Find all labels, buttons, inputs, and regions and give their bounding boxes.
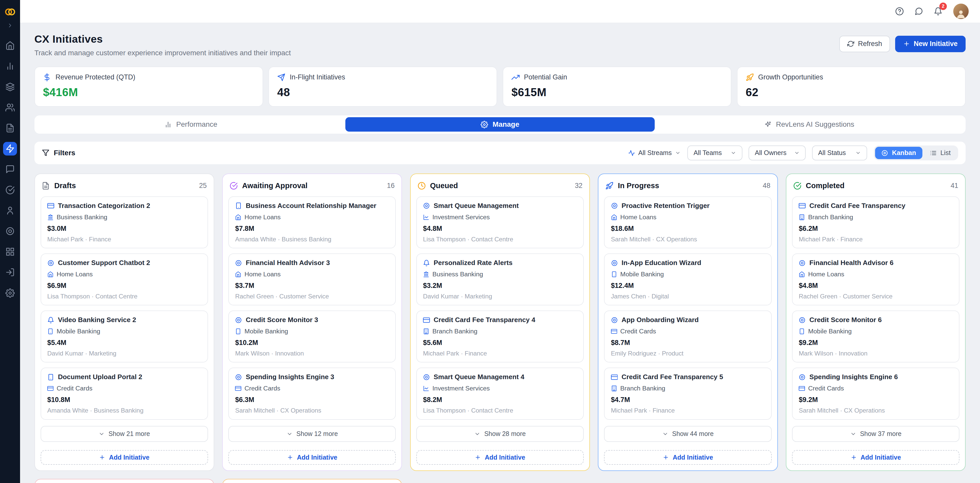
layers-icon: [5, 82, 15, 92]
settings-icon: [480, 121, 488, 128]
card-value: $8.7M: [611, 339, 765, 347]
add-initiative-button[interactable]: Add Initiative: [41, 450, 208, 465]
initiative-card[interactable]: Smart Queue Management 4Investment Servi…: [416, 368, 584, 420]
sidebar-nav: [3, 39, 17, 300]
add-initiative-button[interactable]: Add Initiative: [416, 450, 584, 465]
page-title: CX Initiatives: [35, 33, 291, 45]
filter-dropdown-all-streams[interactable]: All Streams: [628, 149, 681, 157]
kanban-column-awaiting-approval: Awaiting Approval16Business Account Rela…: [222, 173, 402, 471]
initiative-card[interactable]: Credit Score Monitor 3Mobile Banking$10.…: [228, 310, 396, 363]
sidebar-item-message-square[interactable]: [3, 162, 17, 176]
initiative-card[interactable]: Document Upload Portal 2Credit Cards$10.…: [41, 368, 208, 420]
sidebar-item-layers[interactable]: [3, 80, 17, 94]
show-more-button[interactable]: Show 28 more: [416, 426, 584, 442]
initiative-card[interactable]: Credit Card Fee Transparency 4Branch Ban…: [416, 310, 584, 363]
check-circle-icon: [793, 182, 802, 190]
stat-value: $615M: [511, 86, 723, 99]
tab-manage[interactable]: Manage: [345, 117, 654, 132]
show-more-button[interactable]: Show 37 more: [792, 426, 959, 442]
refresh-button[interactable]: Refresh: [839, 36, 890, 52]
card-owner: Mark Wilson · Innovation: [235, 350, 389, 357]
sidebar-item-bar-chart[interactable]: [3, 59, 17, 73]
sidebar-item-home[interactable]: [3, 39, 17, 52]
card-title: In-App Education Wizard: [622, 259, 701, 267]
building-icon: [799, 214, 805, 220]
initiative-card[interactable]: Financial Health Advisor 3Home Loans$3.7…: [228, 253, 396, 306]
chat-button[interactable]: [915, 7, 923, 16]
card-value: $10.2M: [235, 339, 389, 347]
sidebar-item-file-text[interactable]: [3, 121, 17, 135]
sidebar-collapse-button[interactable]: [7, 22, 13, 29]
initiative-card[interactable]: Smart Queue ManagementInvestment Service…: [416, 196, 584, 249]
help-button[interactable]: [895, 7, 904, 16]
show-more-button[interactable]: Show 44 more: [604, 426, 772, 442]
rocket-icon: [746, 73, 754, 81]
message-circle-icon: [915, 7, 923, 16]
chart-line-icon: [423, 214, 429, 220]
show-more-button[interactable]: Show 12 more: [228, 426, 396, 442]
tab-performance[interactable]: Performance: [36, 117, 345, 132]
kanban-column-stalled: Stalled4Credit Card Fee Transparency 9Br…: [222, 479, 402, 483]
initiative-card[interactable]: Credit Card Fee Transparency 5Branch Ban…: [604, 368, 772, 420]
kanban-icon: [881, 149, 888, 157]
add-initiative-button[interactable]: Add Initiative: [792, 450, 959, 465]
initiative-card[interactable]: Customer Support Chatbot 2Home Loans$6.9…: [41, 253, 208, 306]
card-value: $18.6M: [611, 225, 765, 233]
chevron-down-icon: [99, 431, 105, 437]
notification-badge: 2: [939, 3, 947, 10]
filter-dropdown-all-owners[interactable]: All Owners: [749, 146, 806, 160]
plus-icon: [99, 454, 105, 461]
initiative-card[interactable]: Video Banking Service 2Mobile Banking$5.…: [41, 310, 208, 363]
credit-card-icon: [235, 385, 241, 391]
card-value: $6.9M: [47, 282, 201, 290]
sidebar-item-users[interactable]: [3, 100, 17, 114]
initiative-card[interactable]: Business Account Relationship ManagerHom…: [228, 196, 396, 249]
topbar: 2: [20, 0, 980, 23]
initiative-card[interactable]: Personalized Rate AlertsBusiness Banking…: [416, 253, 584, 306]
app-root: 2 CX Initiatives Track and manage custom…: [0, 0, 980, 483]
card-owner: Emily Rodriguez · Product: [611, 350, 765, 357]
card-value: $6.2M: [799, 225, 953, 233]
view-toggle-list[interactable]: List: [923, 147, 957, 159]
initiative-card[interactable]: Credit Card Fee TransparencyBranch Banki…: [792, 196, 959, 249]
initiative-card[interactable]: Spending Insights Engine 6Credit Cards$9…: [792, 368, 959, 420]
sidebar-item-check-circle[interactable]: [3, 183, 17, 197]
sidebar-item-target[interactable]: [3, 224, 17, 238]
view-toggle-kanban[interactable]: Kanban: [875, 147, 922, 159]
notifications-button[interactable]: 2: [934, 7, 942, 16]
card-title: Business Account Relationship Manager: [246, 202, 377, 210]
filter-icon: [42, 149, 49, 157]
column-title: In Progress: [618, 181, 659, 190]
file-text-icon: [42, 182, 50, 190]
initiative-card[interactable]: In-App Education WizardMobile Banking$12…: [604, 253, 772, 306]
page-subtitle: Track and manage customer experience imp…: [35, 49, 291, 57]
sidebar: [0, 0, 20, 483]
initiative-card[interactable]: Transaction Categorization 2Business Ban…: [41, 196, 208, 249]
card-owner: Lisa Thompson · Contact Centre: [47, 293, 201, 300]
card-title: Credit Card Fee Transparency: [810, 202, 905, 210]
initiative-card[interactable]: App Onboarding WizardCredit Cards$8.7MEm…: [604, 310, 772, 363]
page-content: CX Initiatives Track and manage customer…: [20, 23, 980, 483]
tab-revlens-ai-suggestions[interactable]: RevLens AI Suggestions: [655, 117, 964, 132]
initiative-card[interactable]: Spending Insights Engine 3Credit Cards$6…: [228, 368, 396, 420]
add-initiative-button[interactable]: Add Initiative: [604, 450, 772, 465]
sidebar-item-grid[interactable]: [3, 245, 17, 259]
filter-dropdown-all-teams[interactable]: All Teams: [687, 146, 742, 160]
activity-icon: [628, 149, 635, 157]
sidebar-item-settings[interactable]: [3, 286, 17, 300]
users-icon: [5, 103, 15, 112]
add-initiative-button[interactable]: Add Initiative: [228, 450, 396, 465]
initiative-card[interactable]: Proactive Retention TriggerHome Loans$18…: [604, 196, 772, 249]
home-icon: [611, 214, 617, 220]
filter-dropdown-all-status[interactable]: All Status: [812, 146, 867, 160]
initiative-card[interactable]: Credit Score Monitor 6Mobile Banking$9.2…: [792, 310, 959, 363]
stat-value: 48: [277, 86, 488, 99]
sidebar-item-person[interactable]: [3, 203, 17, 217]
user-avatar[interactable]: [953, 3, 969, 19]
new-initiative-button[interactable]: New Initiative: [895, 36, 966, 52]
show-more-button[interactable]: Show 21 more: [41, 426, 208, 442]
sidebar-item-log-in[interactable]: [3, 265, 17, 279]
card-value: $5.6M: [423, 339, 577, 347]
initiative-card[interactable]: Financial Health Advisor 6Home Loans$4.8…: [792, 253, 959, 306]
sidebar-item-zap[interactable]: [3, 142, 17, 156]
